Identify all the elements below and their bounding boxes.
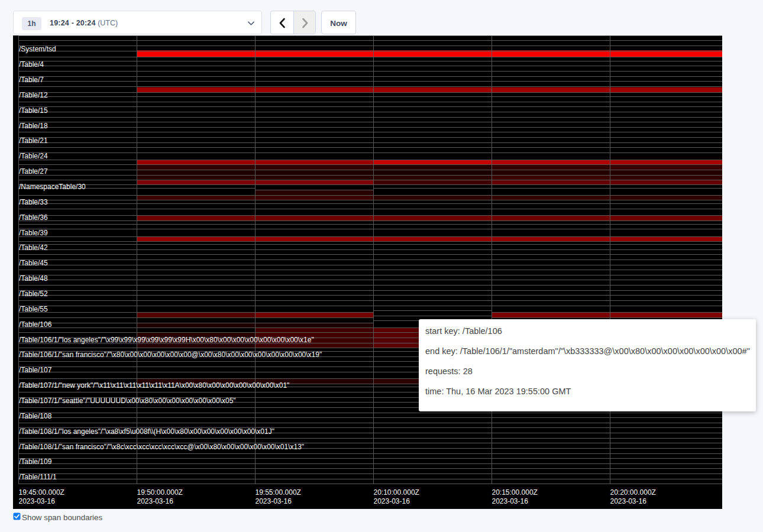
svg-text:/Table/12: /Table/12 <box>19 91 48 99</box>
svg-text:/Table/106: /Table/106 <box>19 320 52 329</box>
svg-text:/Table/52: /Table/52 <box>19 290 48 298</box>
svg-text:19:55:00.000Z: 19:55:00.000Z <box>256 488 301 497</box>
svg-text:/Table/109: /Table/109 <box>19 458 52 466</box>
svg-text:/Table/18: /Table/18 <box>19 122 48 130</box>
svg-text:/Table/106/1/"san francisco"/": /Table/106/1/"san francisco"/"\x80\x00\x… <box>19 351 322 359</box>
svg-text:/Table/45: /Table/45 <box>19 259 48 267</box>
svg-text:/Table/111/1: /Table/111/1 <box>19 473 57 481</box>
svg-text:/Table/107/1/"seattle"/"UUUUUU: /Table/107/1/"seattle"/"UUUUUUD\x00\x80\… <box>19 397 236 405</box>
svg-text:/Table/108/1/"san francisco"/": /Table/108/1/"san francisco"/"\x8c\xcc\x… <box>19 443 304 451</box>
svg-text:/Table/107/1/"new york"/"\x11\: /Table/107/1/"new york"/"\x11\x11\x11\x1… <box>19 381 289 390</box>
svg-text:19:50:00.000Z: 19:50:00.000Z <box>137 488 183 497</box>
svg-text:19:45:00.000Z: 19:45:00.000Z <box>19 488 64 497</box>
svg-text:20:20:00.000Z: 20:20:00.000Z <box>610 488 656 497</box>
svg-text:/Table/39: /Table/39 <box>19 229 48 237</box>
svg-text:20:15:00.000Z: 20:15:00.000Z <box>492 488 538 497</box>
svg-text:/Table/42: /Table/42 <box>19 244 48 252</box>
svg-text:/Table/33: /Table/33 <box>19 198 48 206</box>
svg-text:/Table/48: /Table/48 <box>19 274 48 283</box>
svg-text:/Table/4: /Table/4 <box>19 60 44 69</box>
svg-text:/Table/7: /Table/7 <box>19 76 44 84</box>
svg-text:2023-03-16: 2023-03-16 <box>137 497 174 505</box>
svg-text:/Table/106/1/"los angeles"/"\x: /Table/106/1/"los angeles"/"\x99\x99\x99… <box>19 336 314 344</box>
svg-text:2023-03-16: 2023-03-16 <box>19 497 56 505</box>
svg-text:/Table/36: /Table/36 <box>19 213 48 222</box>
svg-text:/Table/15: /Table/15 <box>19 106 48 115</box>
svg-text:/Table/107: /Table/107 <box>19 366 52 374</box>
svg-text:/Table/108/1/"los angeles"/"\x: /Table/108/1/"los angeles"/"\xa8\xf5\u00… <box>19 427 274 436</box>
svg-text:/Table/27: /Table/27 <box>19 167 48 176</box>
svg-text:/Table/24: /Table/24 <box>19 152 48 160</box>
svg-text:/Table/21: /Table/21 <box>19 137 48 145</box>
svg-text:2023-03-16: 2023-03-16 <box>610 497 647 505</box>
svg-text:2023-03-16: 2023-03-16 <box>374 497 410 505</box>
svg-text:2023-03-16: 2023-03-16 <box>492 497 529 505</box>
svg-text:2023-03-16: 2023-03-16 <box>256 497 292 505</box>
svg-text:20:10:00.000Z: 20:10:00.000Z <box>374 488 419 497</box>
svg-text:/System/tsd: /System/tsd <box>19 45 56 53</box>
svg-text:/NamespaceTable/30: /NamespaceTable/30 <box>19 183 86 191</box>
svg-text:/Table/108: /Table/108 <box>19 412 52 420</box>
svg-text:/Table/55: /Table/55 <box>19 305 48 313</box>
